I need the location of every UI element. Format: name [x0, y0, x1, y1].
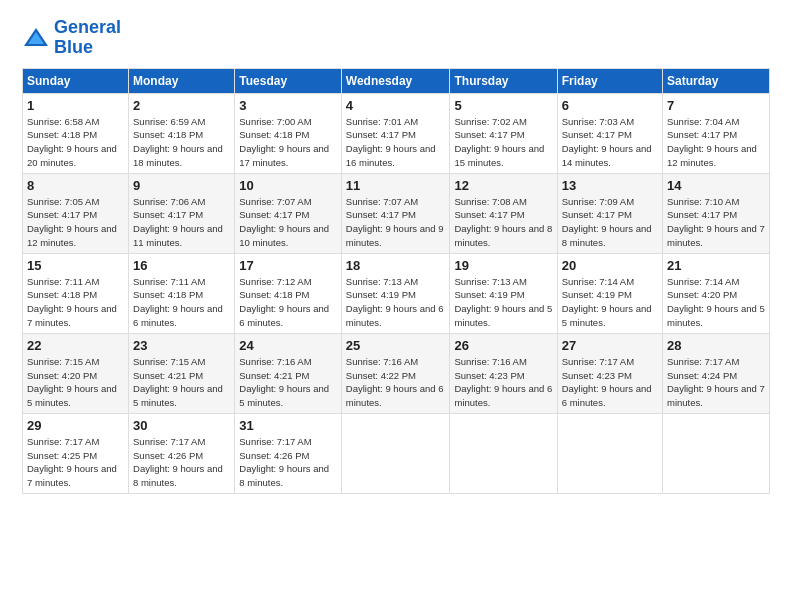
calendar-cell: 19 Sunrise: 7:13 AM Sunset: 4:19 PM Dayl…: [450, 253, 557, 333]
day-number: 21: [667, 258, 765, 273]
header: General Blue: [22, 18, 770, 58]
calendar-cell: [663, 413, 770, 493]
calendar-cell: [450, 413, 557, 493]
calendar-cell: [557, 413, 662, 493]
day-info: Sunrise: 7:08 AM Sunset: 4:17 PM Dayligh…: [454, 195, 552, 250]
calendar-header-row: Sunday Monday Tuesday Wednesday Thursday…: [23, 68, 770, 93]
calendar-cell: 20 Sunrise: 7:14 AM Sunset: 4:19 PM Dayl…: [557, 253, 662, 333]
calendar-cell: 15 Sunrise: 7:11 AM Sunset: 4:18 PM Dayl…: [23, 253, 129, 333]
calendar-cell: 1 Sunrise: 6:58 AM Sunset: 4:18 PM Dayli…: [23, 93, 129, 173]
day-number: 2: [133, 98, 230, 113]
col-wednesday: Wednesday: [341, 68, 450, 93]
day-info: Sunrise: 7:03 AM Sunset: 4:17 PM Dayligh…: [562, 115, 658, 170]
day-info: Sunrise: 7:15 AM Sunset: 4:21 PM Dayligh…: [133, 355, 230, 410]
day-number: 11: [346, 178, 446, 193]
day-number: 8: [27, 178, 124, 193]
calendar-cell: 9 Sunrise: 7:06 AM Sunset: 4:17 PM Dayli…: [129, 173, 235, 253]
col-friday: Friday: [557, 68, 662, 93]
day-number: 27: [562, 338, 658, 353]
col-saturday: Saturday: [663, 68, 770, 93]
day-info: Sunrise: 7:11 AM Sunset: 4:18 PM Dayligh…: [27, 275, 124, 330]
day-info: Sunrise: 7:01 AM Sunset: 4:17 PM Dayligh…: [346, 115, 446, 170]
day-info: Sunrise: 7:13 AM Sunset: 4:19 PM Dayligh…: [454, 275, 552, 330]
calendar-cell: 26 Sunrise: 7:16 AM Sunset: 4:23 PM Dayl…: [450, 333, 557, 413]
day-number: 17: [239, 258, 337, 273]
day-info: Sunrise: 7:06 AM Sunset: 4:17 PM Dayligh…: [133, 195, 230, 250]
day-number: 20: [562, 258, 658, 273]
day-number: 13: [562, 178, 658, 193]
calendar-cell: 24 Sunrise: 7:16 AM Sunset: 4:21 PM Dayl…: [235, 333, 342, 413]
day-info: Sunrise: 7:17 AM Sunset: 4:24 PM Dayligh…: [667, 355, 765, 410]
calendar-cell: 29 Sunrise: 7:17 AM Sunset: 4:25 PM Dayl…: [23, 413, 129, 493]
day-number: 19: [454, 258, 552, 273]
calendar-row: 1 Sunrise: 6:58 AM Sunset: 4:18 PM Dayli…: [23, 93, 770, 173]
day-number: 31: [239, 418, 337, 433]
col-sunday: Sunday: [23, 68, 129, 93]
day-info: Sunrise: 7:16 AM Sunset: 4:22 PM Dayligh…: [346, 355, 446, 410]
day-info: Sunrise: 7:07 AM Sunset: 4:17 PM Dayligh…: [346, 195, 446, 250]
day-info: Sunrise: 7:15 AM Sunset: 4:20 PM Dayligh…: [27, 355, 124, 410]
day-info: Sunrise: 6:59 AM Sunset: 4:18 PM Dayligh…: [133, 115, 230, 170]
day-info: Sunrise: 7:17 AM Sunset: 4:26 PM Dayligh…: [133, 435, 230, 490]
day-info: Sunrise: 7:10 AM Sunset: 4:17 PM Dayligh…: [667, 195, 765, 250]
calendar-cell: 16 Sunrise: 7:11 AM Sunset: 4:18 PM Dayl…: [129, 253, 235, 333]
col-thursday: Thursday: [450, 68, 557, 93]
day-number: 4: [346, 98, 446, 113]
day-number: 22: [27, 338, 124, 353]
day-number: 24: [239, 338, 337, 353]
day-info: Sunrise: 7:12 AM Sunset: 4:18 PM Dayligh…: [239, 275, 337, 330]
day-info: Sunrise: 7:04 AM Sunset: 4:17 PM Dayligh…: [667, 115, 765, 170]
day-number: 23: [133, 338, 230, 353]
day-info: Sunrise: 7:00 AM Sunset: 4:18 PM Dayligh…: [239, 115, 337, 170]
calendar-cell: 31 Sunrise: 7:17 AM Sunset: 4:26 PM Dayl…: [235, 413, 342, 493]
day-number: 3: [239, 98, 337, 113]
calendar-row: 15 Sunrise: 7:11 AM Sunset: 4:18 PM Dayl…: [23, 253, 770, 333]
day-info: Sunrise: 7:13 AM Sunset: 4:19 PM Dayligh…: [346, 275, 446, 330]
day-info: Sunrise: 7:17 AM Sunset: 4:26 PM Dayligh…: [239, 435, 337, 490]
calendar-cell: 27 Sunrise: 7:17 AM Sunset: 4:23 PM Dayl…: [557, 333, 662, 413]
day-number: 16: [133, 258, 230, 273]
calendar-table: Sunday Monday Tuesday Wednesday Thursday…: [22, 68, 770, 494]
day-number: 30: [133, 418, 230, 433]
calendar-cell: 11 Sunrise: 7:07 AM Sunset: 4:17 PM Dayl…: [341, 173, 450, 253]
day-number: 12: [454, 178, 552, 193]
calendar-cell: 14 Sunrise: 7:10 AM Sunset: 4:17 PM Dayl…: [663, 173, 770, 253]
col-tuesday: Tuesday: [235, 68, 342, 93]
calendar-cell: 8 Sunrise: 7:05 AM Sunset: 4:17 PM Dayli…: [23, 173, 129, 253]
calendar-cell: 5 Sunrise: 7:02 AM Sunset: 4:17 PM Dayli…: [450, 93, 557, 173]
calendar-cell: 2 Sunrise: 6:59 AM Sunset: 4:18 PM Dayli…: [129, 93, 235, 173]
calendar-cell: 28 Sunrise: 7:17 AM Sunset: 4:24 PM Dayl…: [663, 333, 770, 413]
day-number: 15: [27, 258, 124, 273]
col-monday: Monday: [129, 68, 235, 93]
calendar-cell: 6 Sunrise: 7:03 AM Sunset: 4:17 PM Dayli…: [557, 93, 662, 173]
day-number: 28: [667, 338, 765, 353]
day-info: Sunrise: 7:07 AM Sunset: 4:17 PM Dayligh…: [239, 195, 337, 250]
calendar-cell: 12 Sunrise: 7:08 AM Sunset: 4:17 PM Dayl…: [450, 173, 557, 253]
day-info: Sunrise: 7:05 AM Sunset: 4:17 PM Dayligh…: [27, 195, 124, 250]
calendar-cell: 13 Sunrise: 7:09 AM Sunset: 4:17 PM Dayl…: [557, 173, 662, 253]
day-number: 7: [667, 98, 765, 113]
day-number: 29: [27, 418, 124, 433]
day-number: 1: [27, 98, 124, 113]
logo: General Blue: [22, 18, 121, 58]
day-number: 14: [667, 178, 765, 193]
day-info: Sunrise: 7:16 AM Sunset: 4:23 PM Dayligh…: [454, 355, 552, 410]
calendar-row: 29 Sunrise: 7:17 AM Sunset: 4:25 PM Dayl…: [23, 413, 770, 493]
calendar-cell: 30 Sunrise: 7:17 AM Sunset: 4:26 PM Dayl…: [129, 413, 235, 493]
calendar-cell: 22 Sunrise: 7:15 AM Sunset: 4:20 PM Dayl…: [23, 333, 129, 413]
day-info: Sunrise: 7:17 AM Sunset: 4:23 PM Dayligh…: [562, 355, 658, 410]
day-info: Sunrise: 7:09 AM Sunset: 4:17 PM Dayligh…: [562, 195, 658, 250]
day-info: Sunrise: 7:02 AM Sunset: 4:17 PM Dayligh…: [454, 115, 552, 170]
calendar-cell: 4 Sunrise: 7:01 AM Sunset: 4:17 PM Dayli…: [341, 93, 450, 173]
logo-icon: [22, 24, 50, 52]
calendar-cell: 10 Sunrise: 7:07 AM Sunset: 4:17 PM Dayl…: [235, 173, 342, 253]
day-info: Sunrise: 7:11 AM Sunset: 4:18 PM Dayligh…: [133, 275, 230, 330]
day-info: Sunrise: 6:58 AM Sunset: 4:18 PM Dayligh…: [27, 115, 124, 170]
calendar-row: 8 Sunrise: 7:05 AM Sunset: 4:17 PM Dayli…: [23, 173, 770, 253]
calendar-cell: [341, 413, 450, 493]
calendar-cell: 18 Sunrise: 7:13 AM Sunset: 4:19 PM Dayl…: [341, 253, 450, 333]
calendar-cell: 7 Sunrise: 7:04 AM Sunset: 4:17 PM Dayli…: [663, 93, 770, 173]
day-number: 25: [346, 338, 446, 353]
logo-text: General Blue: [54, 18, 121, 58]
day-number: 6: [562, 98, 658, 113]
